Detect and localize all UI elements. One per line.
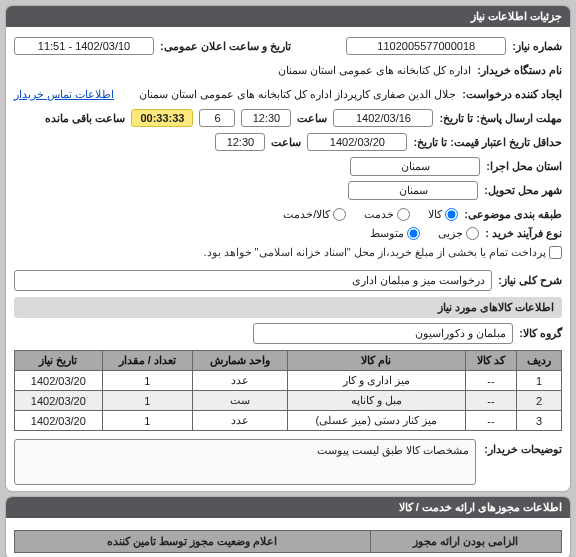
cell-unit: عدد bbox=[193, 411, 287, 431]
class-khadamat-radio[interactable]: خدمت bbox=[364, 208, 410, 221]
buy-process-label: نوع فرآیند خرید : bbox=[485, 227, 562, 240]
cell-qty: 1 bbox=[102, 411, 193, 431]
licenses-body: الزامی بودن ارائه مجوز اعلام وضعیت مجوز … bbox=[6, 518, 570, 557]
goods-table: ردیف کد کالا نام کالا واحد شمارش تعداد /… bbox=[14, 350, 562, 431]
col-unit: واحد شمارش bbox=[193, 351, 287, 371]
process-partial-input[interactable] bbox=[466, 227, 479, 240]
need-desc-label: شرح کلی نیاز: bbox=[498, 274, 562, 287]
lic-col-needed: الزامی بودن ارائه مجوز bbox=[370, 531, 561, 553]
validity-hour-value: 12:30 bbox=[215, 133, 265, 151]
col-code: کد کالا bbox=[466, 351, 517, 371]
class-kala-input[interactable] bbox=[445, 208, 458, 221]
need-no-value: 1102005577000018 bbox=[346, 37, 506, 55]
licenses-card: اطلاعات مجوزهای ارائه خدمت / کالا الزامی… bbox=[6, 497, 570, 557]
lic-col-declare: اعلام وضعیت مجوز توسط تامین کننده bbox=[15, 531, 371, 553]
table-row[interactable]: 2 -- مبل و کاناپه ست 1 1402/03/20 bbox=[15, 391, 562, 411]
class-khadamat-label: خدمت bbox=[364, 208, 394, 221]
subject-class-label: طبقه بندی موضوعی: bbox=[464, 208, 562, 221]
process-medium-radio[interactable]: متوسط bbox=[370, 227, 420, 240]
cell-row: 1 bbox=[516, 371, 561, 391]
payment-checkbox[interactable] bbox=[549, 246, 562, 259]
process-partial-label: جزیی bbox=[438, 227, 463, 240]
col-name: نام کالا bbox=[287, 351, 466, 371]
class-both-label: کالا/خدمت bbox=[283, 208, 330, 221]
licenses-header: اطلاعات مجوزهای ارائه خدمت / کالا bbox=[6, 497, 570, 518]
need-no-label: شماره نیاز: bbox=[512, 40, 562, 53]
process-partial-radio[interactable]: جزیی bbox=[438, 227, 479, 240]
reply-date-value: 1402/03/16 bbox=[333, 109, 433, 127]
reply-days-value: 6 bbox=[199, 109, 235, 127]
cell-name: میز کنار دستی (میز عسلی) bbox=[287, 411, 466, 431]
exec-province-value: سمنان bbox=[350, 157, 480, 176]
details-body: شماره نیاز: 1102005577000018 تاریخ و ساع… bbox=[6, 27, 570, 491]
payment-note: پرداخت تمام یا بخشی از مبلغ خرید،از محل … bbox=[203, 246, 546, 259]
cell-date: 1402/03/20 bbox=[15, 411, 103, 431]
class-khadamat-input[interactable] bbox=[397, 208, 410, 221]
class-kala-radio[interactable]: کالا bbox=[428, 208, 458, 221]
process-medium-input[interactable] bbox=[407, 227, 420, 240]
requester-label: ایجاد کننده درخواست: bbox=[462, 88, 562, 101]
cell-name: میز اداری و کار bbox=[287, 371, 466, 391]
col-qty: تعداد / مقدار bbox=[102, 351, 193, 371]
buyer-notes-label: توضیحات خریدار: bbox=[484, 439, 562, 456]
cell-code: -- bbox=[466, 391, 517, 411]
cell-row: 3 bbox=[516, 411, 561, 431]
reply-deadline-label: مهلت ارسال پاسخ: تا تاریخ: bbox=[439, 112, 562, 125]
countdown-value: 00:33:33 bbox=[131, 109, 193, 127]
validity-date-value: 1402/03/20 bbox=[307, 133, 407, 151]
delivery-city-label: شهر محل تحویل: bbox=[484, 184, 562, 197]
remaining-label: ساعت باقی مانده bbox=[45, 112, 125, 125]
buyer-org-value: اداره کل کتابخانه های عمومی استان سمنان bbox=[278, 64, 471, 77]
class-kala-label: کالا bbox=[428, 208, 442, 221]
buyer-notes-value: مشخصات کالا طبق لیست پیوست bbox=[14, 439, 476, 485]
cell-unit: ست bbox=[193, 391, 287, 411]
table-row[interactable]: 1 -- میز اداری و کار عدد 1 1402/03/20 bbox=[15, 371, 562, 391]
goods-group-label: گروه کالا: bbox=[519, 327, 562, 340]
payment-check[interactable]: پرداخت تمام یا بخشی از مبلغ خرید،از محل … bbox=[203, 246, 562, 259]
col-date: تاریخ نیاز bbox=[15, 351, 103, 371]
class-both-radio[interactable]: کالا/خدمت bbox=[283, 208, 346, 221]
cell-qty: 1 bbox=[102, 371, 193, 391]
announce-date-label: تاریخ و ساعت اعلان عمومی: bbox=[160, 40, 291, 53]
licenses-table: الزامی بودن ارائه مجوز اعلام وضعیت مجوز … bbox=[14, 530, 562, 553]
cell-unit: عدد bbox=[193, 371, 287, 391]
cell-qty: 1 bbox=[102, 391, 193, 411]
buyer-org-label: نام دستگاه خریدار: bbox=[477, 64, 562, 77]
process-medium-label: متوسط bbox=[370, 227, 404, 240]
class-both-input[interactable] bbox=[333, 208, 346, 221]
exec-province-label: استان محل اجرا: bbox=[486, 160, 562, 173]
cell-date: 1402/03/20 bbox=[15, 391, 103, 411]
reply-hour-value: 12:30 bbox=[241, 109, 291, 127]
contact-link[interactable]: اطلاعات تماس خریدار bbox=[14, 88, 114, 101]
reply-hour-label: ساعت bbox=[297, 112, 327, 125]
cell-code: -- bbox=[466, 371, 517, 391]
requester-value: جلال الدین صفاری کارپرداز اداره کل کتابخ… bbox=[139, 88, 457, 101]
goods-info-header: اطلاعات کالاهای مورد نیاز bbox=[14, 297, 562, 318]
validity-label: حداقل تاریخ اعتبار قیمت: تا تاریخ: bbox=[413, 136, 562, 149]
cell-code: -- bbox=[466, 411, 517, 431]
details-header: جزئیات اطلاعات نیاز bbox=[6, 6, 570, 27]
cell-name: مبل و کاناپه bbox=[287, 391, 466, 411]
delivery-city-value: سمنان bbox=[348, 181, 478, 200]
cell-row: 2 bbox=[516, 391, 561, 411]
cell-date: 1402/03/20 bbox=[15, 371, 103, 391]
goods-group-value: مبلمان و دکوراسیون bbox=[253, 323, 513, 344]
col-row: ردیف bbox=[516, 351, 561, 371]
table-row[interactable]: 3 -- میز کنار دستی (میز عسلی) عدد 1 1402… bbox=[15, 411, 562, 431]
announce-date-value: 1402/03/10 - 11:51 bbox=[14, 37, 154, 55]
validity-hour-label: ساعت bbox=[271, 136, 301, 149]
need-desc-value: درخواست میز و مبلمان اداری bbox=[14, 270, 492, 291]
details-card: جزئیات اطلاعات نیاز شماره نیاز: 11020055… bbox=[6, 6, 570, 491]
